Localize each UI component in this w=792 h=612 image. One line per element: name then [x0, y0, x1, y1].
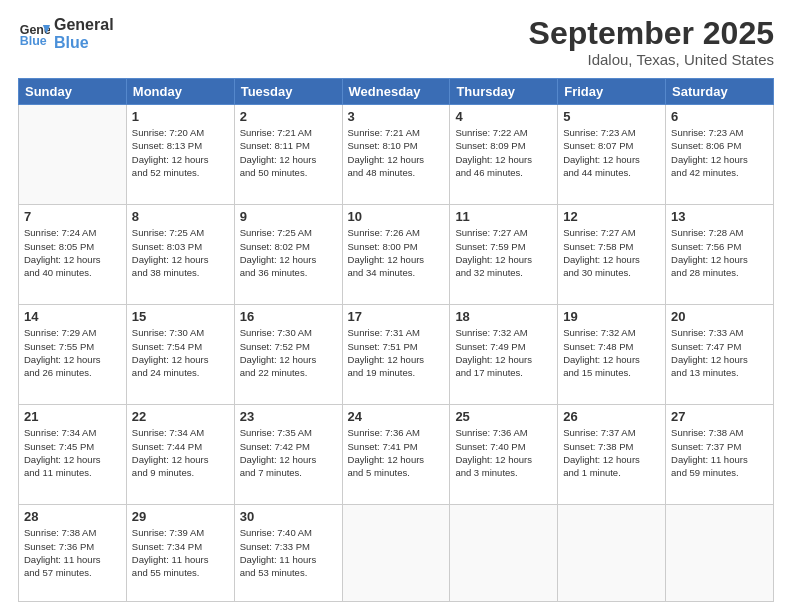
calendar-cell: 18Sunrise: 7:32 AM Sunset: 7:49 PM Dayli… [450, 305, 558, 405]
calendar-table: SundayMondayTuesdayWednesdayThursdayFrid… [18, 78, 774, 602]
day-info: Sunrise: 7:25 AM Sunset: 8:03 PM Dayligh… [132, 226, 229, 279]
day-number: 13 [671, 209, 768, 224]
day-info: Sunrise: 7:31 AM Sunset: 7:51 PM Dayligh… [348, 326, 445, 379]
day-number: 9 [240, 209, 337, 224]
day-info: Sunrise: 7:39 AM Sunset: 7:34 PM Dayligh… [132, 526, 229, 579]
day-number: 6 [671, 109, 768, 124]
day-number: 4 [455, 109, 552, 124]
day-number: 12 [563, 209, 660, 224]
header: General Blue General Blue September 2025… [18, 16, 774, 68]
day-info: Sunrise: 7:38 AM Sunset: 7:37 PM Dayligh… [671, 426, 768, 479]
calendar-cell: 6Sunrise: 7:23 AM Sunset: 8:06 PM Daylig… [666, 105, 774, 205]
calendar-cell: 4Sunrise: 7:22 AM Sunset: 8:09 PM Daylig… [450, 105, 558, 205]
day-info: Sunrise: 7:34 AM Sunset: 7:44 PM Dayligh… [132, 426, 229, 479]
day-info: Sunrise: 7:25 AM Sunset: 8:02 PM Dayligh… [240, 226, 337, 279]
day-info: Sunrise: 7:29 AM Sunset: 7:55 PM Dayligh… [24, 326, 121, 379]
day-number: 26 [563, 409, 660, 424]
calendar-cell: 7Sunrise: 7:24 AM Sunset: 8:05 PM Daylig… [19, 205, 127, 305]
calendar-cell: 16Sunrise: 7:30 AM Sunset: 7:52 PM Dayli… [234, 305, 342, 405]
calendar-container: General Blue General Blue September 2025… [0, 0, 792, 612]
day-info: Sunrise: 7:33 AM Sunset: 7:47 PM Dayligh… [671, 326, 768, 379]
day-number: 3 [348, 109, 445, 124]
day-info: Sunrise: 7:24 AM Sunset: 8:05 PM Dayligh… [24, 226, 121, 279]
calendar-cell: 21Sunrise: 7:34 AM Sunset: 7:45 PM Dayli… [19, 405, 127, 505]
day-info: Sunrise: 7:38 AM Sunset: 7:36 PM Dayligh… [24, 526, 121, 579]
day-number: 8 [132, 209, 229, 224]
calendar-cell: 29Sunrise: 7:39 AM Sunset: 7:34 PM Dayli… [126, 505, 234, 602]
weekday-header-wednesday: Wednesday [342, 79, 450, 105]
day-number: 7 [24, 209, 121, 224]
day-number: 11 [455, 209, 552, 224]
calendar-cell: 12Sunrise: 7:27 AM Sunset: 7:58 PM Dayli… [558, 205, 666, 305]
day-info: Sunrise: 7:27 AM Sunset: 7:59 PM Dayligh… [455, 226, 552, 279]
day-info: Sunrise: 7:28 AM Sunset: 7:56 PM Dayligh… [671, 226, 768, 279]
day-info: Sunrise: 7:36 AM Sunset: 7:40 PM Dayligh… [455, 426, 552, 479]
day-info: Sunrise: 7:35 AM Sunset: 7:42 PM Dayligh… [240, 426, 337, 479]
day-number: 25 [455, 409, 552, 424]
calendar-cell: 27Sunrise: 7:38 AM Sunset: 7:37 PM Dayli… [666, 405, 774, 505]
day-number: 21 [24, 409, 121, 424]
day-number: 30 [240, 509, 337, 524]
calendar-cell: 1Sunrise: 7:20 AM Sunset: 8:13 PM Daylig… [126, 105, 234, 205]
day-info: Sunrise: 7:26 AM Sunset: 8:00 PM Dayligh… [348, 226, 445, 279]
calendar-cell: 10Sunrise: 7:26 AM Sunset: 8:00 PM Dayli… [342, 205, 450, 305]
day-number: 18 [455, 309, 552, 324]
calendar-cell: 30Sunrise: 7:40 AM Sunset: 7:33 PM Dayli… [234, 505, 342, 602]
day-number: 15 [132, 309, 229, 324]
calendar-cell: 26Sunrise: 7:37 AM Sunset: 7:38 PM Dayli… [558, 405, 666, 505]
day-info: Sunrise: 7:20 AM Sunset: 8:13 PM Dayligh… [132, 126, 229, 179]
calendar-cell: 13Sunrise: 7:28 AM Sunset: 7:56 PM Dayli… [666, 205, 774, 305]
location-title: Idalou, Texas, United States [529, 51, 774, 68]
logo-icon: General Blue [18, 18, 50, 50]
svg-text:Blue: Blue [20, 33, 47, 47]
day-info: Sunrise: 7:32 AM Sunset: 7:49 PM Dayligh… [455, 326, 552, 379]
day-info: Sunrise: 7:21 AM Sunset: 8:11 PM Dayligh… [240, 126, 337, 179]
day-number: 27 [671, 409, 768, 424]
calendar-cell: 23Sunrise: 7:35 AM Sunset: 7:42 PM Dayli… [234, 405, 342, 505]
weekday-header-monday: Monday [126, 79, 234, 105]
day-number: 24 [348, 409, 445, 424]
calendar-cell: 2Sunrise: 7:21 AM Sunset: 8:11 PM Daylig… [234, 105, 342, 205]
calendar-cell [558, 505, 666, 602]
calendar-cell: 14Sunrise: 7:29 AM Sunset: 7:55 PM Dayli… [19, 305, 127, 405]
day-number: 14 [24, 309, 121, 324]
calendar-cell: 3Sunrise: 7:21 AM Sunset: 8:10 PM Daylig… [342, 105, 450, 205]
calendar-cell [666, 505, 774, 602]
weekday-header-tuesday: Tuesday [234, 79, 342, 105]
day-number: 5 [563, 109, 660, 124]
calendar-cell [342, 505, 450, 602]
day-number: 19 [563, 309, 660, 324]
calendar-cell: 5Sunrise: 7:23 AM Sunset: 8:07 PM Daylig… [558, 105, 666, 205]
day-number: 23 [240, 409, 337, 424]
month-title: September 2025 [529, 16, 774, 51]
day-info: Sunrise: 7:22 AM Sunset: 8:09 PM Dayligh… [455, 126, 552, 179]
day-info: Sunrise: 7:30 AM Sunset: 7:52 PM Dayligh… [240, 326, 337, 379]
day-number: 17 [348, 309, 445, 324]
calendar-cell: 25Sunrise: 7:36 AM Sunset: 7:40 PM Dayli… [450, 405, 558, 505]
day-info: Sunrise: 7:23 AM Sunset: 8:07 PM Dayligh… [563, 126, 660, 179]
logo: General Blue General Blue [18, 16, 114, 51]
day-number: 16 [240, 309, 337, 324]
calendar-cell: 19Sunrise: 7:32 AM Sunset: 7:48 PM Dayli… [558, 305, 666, 405]
logo-general: General [54, 16, 114, 34]
logo-blue: Blue [54, 34, 114, 52]
weekday-header-thursday: Thursday [450, 79, 558, 105]
weekday-header-sunday: Sunday [19, 79, 127, 105]
day-number: 28 [24, 509, 121, 524]
day-info: Sunrise: 7:34 AM Sunset: 7:45 PM Dayligh… [24, 426, 121, 479]
day-info: Sunrise: 7:30 AM Sunset: 7:54 PM Dayligh… [132, 326, 229, 379]
calendar-cell: 17Sunrise: 7:31 AM Sunset: 7:51 PM Dayli… [342, 305, 450, 405]
day-number: 1 [132, 109, 229, 124]
day-info: Sunrise: 7:37 AM Sunset: 7:38 PM Dayligh… [563, 426, 660, 479]
day-info: Sunrise: 7:23 AM Sunset: 8:06 PM Dayligh… [671, 126, 768, 179]
weekday-header-saturday: Saturday [666, 79, 774, 105]
day-number: 10 [348, 209, 445, 224]
calendar-cell [19, 105, 127, 205]
day-info: Sunrise: 7:21 AM Sunset: 8:10 PM Dayligh… [348, 126, 445, 179]
calendar-cell: 22Sunrise: 7:34 AM Sunset: 7:44 PM Dayli… [126, 405, 234, 505]
calendar-cell: 8Sunrise: 7:25 AM Sunset: 8:03 PM Daylig… [126, 205, 234, 305]
day-info: Sunrise: 7:40 AM Sunset: 7:33 PM Dayligh… [240, 526, 337, 579]
title-block: September 2025 Idalou, Texas, United Sta… [529, 16, 774, 68]
calendar-cell: 24Sunrise: 7:36 AM Sunset: 7:41 PM Dayli… [342, 405, 450, 505]
weekday-header-friday: Friday [558, 79, 666, 105]
